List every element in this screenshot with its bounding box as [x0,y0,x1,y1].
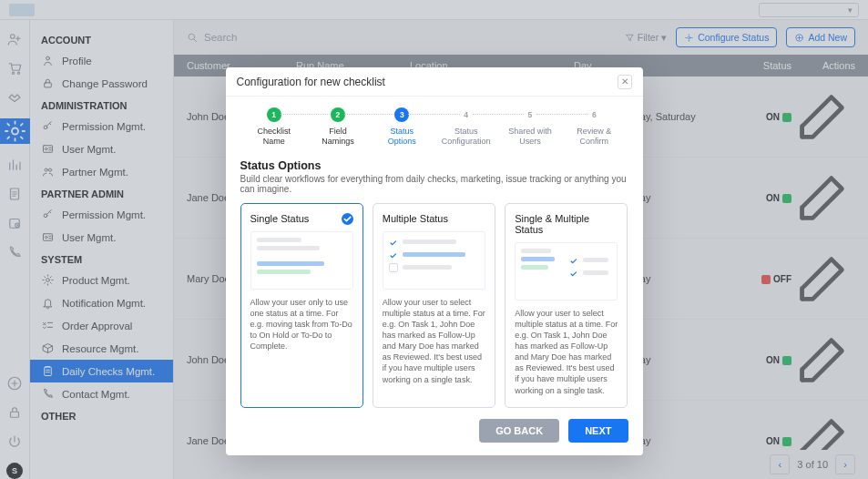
card-illustration [383,231,485,290]
card-multiple-status[interactable]: Multiple Status Allow your user to selec… [373,203,495,408]
check-icon [569,269,578,278]
check-icon [389,238,398,247]
selected-check-icon [342,213,353,225]
check-icon [569,256,578,265]
card-single-status[interactable]: Single Status Allow your user only to us… [240,203,363,408]
go-back-button[interactable]: GO BACK [479,419,559,443]
close-button[interactable]: ✕ [618,75,632,89]
step-6[interactable]: 6Review & Confirm [562,107,626,147]
card-title: Single Status [250,213,353,224]
card-title: Multiple Status [383,213,485,224]
stepper: 1Checklist Name2Field Namings3Status Opt… [226,97,643,154]
modal-overlay: Configuration for new checklist ✕ 1Check… [0,0,868,479]
card-single-multiple-status[interactable]: Single & Multiple Status Allow your user… [505,203,628,408]
check-icon [389,250,398,260]
card-desc: Allow your user to select multiple statu… [383,297,485,385]
card-illustration [250,231,353,290]
modal-header: Configuration for new checklist ✕ [226,67,643,97]
card-title: Single & Multiple Status [515,213,618,235]
section-title: Status Options [226,154,643,174]
card-illustration [515,242,618,301]
step-4[interactable]: 4Status Configuration [434,107,497,147]
step-5[interactable]: 5Shared with Users [498,107,562,147]
step-2[interactable]: 2Field Namings [306,107,370,147]
card-desc: Allow your user to select multiple statu… [515,308,618,396]
option-cards: Single Status Allow your user only to us… [226,203,643,408]
modal: Configuration for new checklist ✕ 1Check… [226,67,643,455]
card-desc: Allow your user only to use one status a… [250,297,353,352]
modal-footer: GO BACK NEXT [226,408,643,443]
section-subtitle: Build clear workflows for everything fro… [226,174,643,203]
step-1[interactable]: 1Checklist Name [242,107,306,147]
step-3[interactable]: 3Status Options [370,107,434,147]
next-button[interactable]: NEXT [568,419,628,443]
modal-title: Configuration for new checklist [237,76,385,88]
